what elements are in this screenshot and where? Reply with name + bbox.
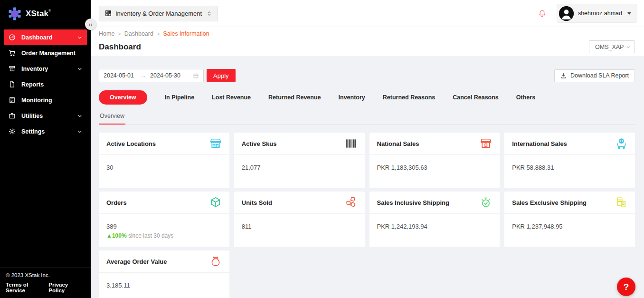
apply-button[interactable]: Apply bbox=[207, 69, 236, 82]
xstak-logo-icon bbox=[8, 7, 22, 21]
card-value: PKR 1,242,193.94 bbox=[377, 223, 492, 230]
sidebar-item-label: Utilities bbox=[21, 113, 72, 119]
global-cart-icon bbox=[615, 137, 627, 150]
page-title: Dashboard bbox=[99, 42, 141, 52]
card-value: PKR 1,183,305.63 bbox=[377, 164, 492, 171]
tab-returned-reasons[interactable]: Returned Reasons bbox=[383, 94, 435, 101]
brand-trademark: ® bbox=[48, 9, 51, 12]
card-title: International Sales bbox=[512, 140, 567, 147]
dashboard-icon bbox=[9, 34, 16, 41]
privacy-policy-link[interactable]: Privacy Policy bbox=[48, 282, 85, 293]
tab-returned-revenue[interactable]: Returned Revenue bbox=[268, 94, 321, 101]
range-arrow-icon: → bbox=[141, 72, 146, 79]
card-national-sales: National Sales PKR 1,183,305.63 bbox=[369, 133, 500, 188]
tab-others[interactable]: Others bbox=[516, 94, 535, 101]
sidebar-item-inventory[interactable]: Inventory bbox=[4, 61, 87, 77]
sidebar-item-label: Monitoring bbox=[21, 97, 82, 104]
app-switcher-button[interactable]: Inventory & Order Management bbox=[99, 6, 218, 21]
card-value: 389 bbox=[106, 223, 222, 230]
notification-bell-icon[interactable] bbox=[538, 9, 546, 18]
calendar-icon bbox=[193, 73, 199, 79]
sidebar-item-label: Inventory bbox=[21, 66, 72, 72]
avatar bbox=[559, 6, 574, 21]
monitoring-icon bbox=[9, 96, 16, 104]
card-title: Sales Exclusive Shipping bbox=[512, 199, 587, 206]
tab-lost-revenue[interactable]: Lost Revenue bbox=[212, 94, 251, 101]
sidebar-item-utilities[interactable]: Utilities bbox=[4, 108, 87, 124]
card-orders: Orders 389 ▲100% since last 30 days bbox=[99, 192, 229, 247]
chevron-down-icon bbox=[77, 129, 82, 134]
sidebar-collapse-toggle[interactable]: ‹› bbox=[85, 19, 96, 30]
chevron-down-icon bbox=[77, 35, 82, 40]
user-name: shehrooz ahmad bbox=[578, 10, 622, 17]
card-title: Orders bbox=[106, 199, 127, 206]
card-title: Active Skus bbox=[242, 140, 277, 147]
date-range-picker[interactable]: → bbox=[99, 69, 204, 82]
storefront-sale-icon bbox=[480, 137, 492, 150]
card-delta: ▲100% since last 30 days bbox=[106, 232, 222, 239]
appstore-grid-icon bbox=[105, 10, 112, 17]
utilities-icon bbox=[9, 112, 16, 119]
card-active-locations: Active Locations 30 bbox=[99, 133, 229, 188]
sidebar-item-settings[interactable]: Settings bbox=[4, 124, 87, 139]
tab-overview[interactable]: Overview bbox=[99, 90, 147, 105]
sidebar-item-monitoring[interactable]: Monitoring bbox=[4, 92, 87, 108]
inventory-icon bbox=[9, 65, 16, 72]
tab-in-pipeline[interactable]: In Pipeline bbox=[165, 94, 195, 101]
date-end-input[interactable] bbox=[150, 72, 186, 79]
download-sla-report-button[interactable]: Download SLA Report bbox=[554, 69, 635, 82]
cube-icon bbox=[209, 196, 222, 209]
chevron-down-icon bbox=[77, 67, 82, 71]
card-active-skus: Active Skus 21,077 bbox=[234, 133, 365, 188]
tab-cancel-reasons[interactable]: Cancel Reasons bbox=[453, 94, 499, 101]
sidebar-item-label: Settings bbox=[21, 128, 72, 135]
page-header: Home > Dashboard > Sales Information Das… bbox=[91, 27, 644, 56]
help-button[interactable]: ? bbox=[617, 278, 635, 296]
card-title: Sales Inclusive Shipping bbox=[377, 199, 449, 206]
sidebar-item-label: Reports bbox=[21, 81, 82, 88]
breadcrumb-dashboard[interactable]: Dashboard bbox=[124, 30, 153, 37]
main-area: Inventory & Order Management shehrooz ah… bbox=[91, 0, 644, 298]
sidebar-item-dashboard[interactable]: Dashboard bbox=[4, 29, 87, 45]
breadcrumb-separator: > bbox=[157, 31, 160, 37]
dashboard-content: → Apply Download SLA Report Overview In … bbox=[91, 56, 644, 298]
sidebar-footer: © 2023 XStak Inc. Terms of Service Priva… bbox=[0, 268, 91, 298]
card-average-order-value: Average Order Value 3,185.11 bbox=[99, 250, 229, 298]
dice-icon bbox=[345, 196, 357, 209]
stopwatch-icon bbox=[480, 196, 492, 209]
terms-of-service-link[interactable]: Terms of Service bbox=[6, 282, 48, 293]
sidebar-item-reports[interactable]: Reports bbox=[4, 77, 87, 92]
store-select[interactable]: OMS_XAP bbox=[589, 40, 635, 53]
card-value: 3,185.11 bbox=[106, 282, 222, 289]
card-value: 30 bbox=[106, 164, 222, 171]
sidebar-item-label: Dashboard bbox=[21, 34, 72, 41]
chevron-down-icon bbox=[77, 114, 82, 118]
download-icon bbox=[560, 73, 567, 79]
breadcrumb-sales-information: Sales Information bbox=[163, 30, 209, 37]
delta-up-value: ▲100% bbox=[106, 232, 127, 239]
dashboard-tabs: Overview In Pipeline Lost Revenue Return… bbox=[99, 90, 635, 105]
user-menu[interactable]: shehrooz ahmad bbox=[557, 4, 637, 23]
receipt-icon bbox=[615, 196, 627, 209]
reports-icon bbox=[9, 81, 16, 88]
copyright-text: © 2023 XStak Inc. bbox=[6, 272, 85, 278]
breadcrumb-home[interactable]: Home bbox=[99, 30, 114, 37]
brand-name: XStak® bbox=[26, 9, 51, 19]
card-value: 811 bbox=[242, 223, 357, 230]
brand-logo[interactable]: XStak® bbox=[0, 0, 91, 27]
card-title: Average Order Value bbox=[106, 258, 167, 265]
swap-vertical-icon bbox=[207, 11, 212, 16]
subtab-overview[interactable]: Overview bbox=[99, 111, 125, 125]
cart-icon bbox=[9, 49, 16, 57]
download-sla-report-label: Download SLA Report bbox=[570, 72, 629, 79]
breadcrumb-separator: > bbox=[118, 31, 121, 37]
store-select-value: OMS_XAP bbox=[595, 44, 624, 50]
date-start-input[interactable] bbox=[104, 72, 140, 79]
sidebar-menu: Dashboard Order Management Inventory Rep… bbox=[0, 29, 91, 268]
kpi-cards-grid: Active Locations 30 bbox=[99, 133, 635, 298]
settings-icon bbox=[9, 128, 16, 135]
card-value: PKR 1,237,948.95 bbox=[512, 223, 627, 230]
chevron-down-icon bbox=[626, 45, 631, 49]
tab-inventory[interactable]: Inventory bbox=[339, 94, 365, 101]
sidebar-item-order-management[interactable]: Order Management bbox=[4, 45, 87, 61]
